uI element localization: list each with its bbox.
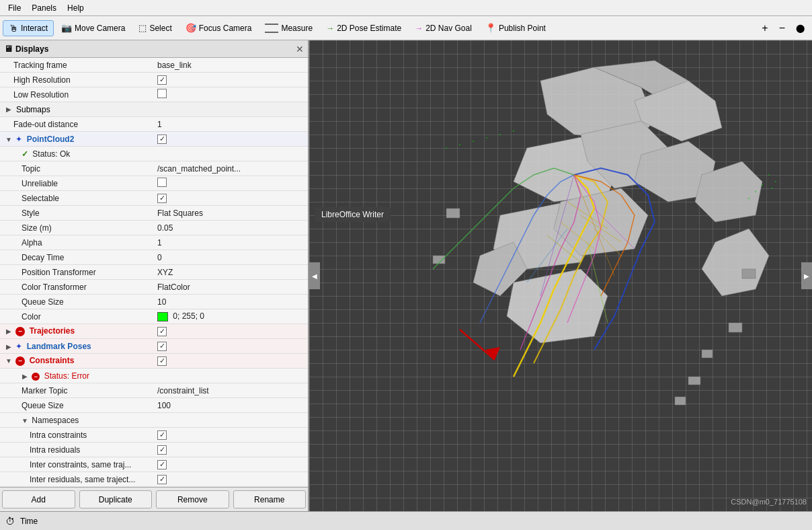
zoom-out-button[interactable]: − <box>774 20 790 36</box>
remove-button[interactable]: Remove <box>156 490 229 508</box>
panel-title: 🖥 Displays <box>4 44 48 54</box>
intra-constraints-checkbox[interactable] <box>157 430 167 440</box>
pose-icon: → <box>326 24 334 33</box>
2d-pose-button[interactable]: → 2D Pose Estimate <box>320 21 407 36</box>
inter-constraints-checkbox[interactable] <box>157 460 167 469</box>
low-res-checkbox[interactable] <box>157 89 167 98</box>
svg-line-41 <box>460 330 495 360</box>
intra-residuals-row: Intra residuals <box>0 443 308 457</box>
cursor-icon: 🖱 <box>9 23 18 34</box>
reset-view-button[interactable]: ⬤ <box>791 22 809 35</box>
svg-point-38 <box>762 184 763 186</box>
constraints-queue-size-row: Queue Size 100 <box>0 398 308 413</box>
add-button[interactable]: Add <box>2 490 75 508</box>
pointcloud2-expand-icon: ▼ <box>5 136 12 143</box>
selectable-row: Selectable <box>0 191 308 206</box>
svg-point-33 <box>499 134 501 135</box>
pointcloud2-label: PointCloud2 <box>27 135 75 144</box>
topic-row: Topic /scan_matched_point... <box>0 161 308 176</box>
main-layout: 🖥 Displays ✕ Tracking frame base_link Hi… <box>0 40 812 511</box>
inter-constraints-row: Inter constraints, same traj... <box>0 457 308 472</box>
viewport-right-arrow[interactable]: ▶ <box>801 262 812 289</box>
svg-rect-12 <box>446 209 460 218</box>
trajectories-label: Trajectories <box>30 326 75 336</box>
svg-point-30 <box>459 144 460 145</box>
svg-rect-14 <box>729 323 742 332</box>
panel-buttons: Add Duplicate Remove Rename <box>0 487 308 511</box>
map-visualization <box>309 40 812 511</box>
svg-point-29 <box>446 147 447 149</box>
pointcloud2-icon: ✦ <box>15 135 22 144</box>
status-error-icon: − <box>32 373 40 381</box>
landmark-icon: ✦ <box>15 342 22 351</box>
tracking-frame-row: Tracking frame base_link <box>0 58 308 73</box>
publish-point-button[interactable]: 📍 Publish Point <box>479 20 552 36</box>
status-error-row: ▶ − Status: Error <box>0 369 308 383</box>
status-error-expand-icon: ▶ <box>22 373 28 380</box>
svg-rect-18 <box>742 269 756 278</box>
point-icon: 📍 <box>485 23 496 33</box>
high-res-checkbox[interactable] <box>157 75 167 85</box>
measure-button[interactable]: Measure <box>259 21 319 36</box>
svg-rect-15 <box>702 350 713 358</box>
inter-residuals-checkbox[interactable] <box>157 475 167 484</box>
trajectories-icon: − <box>15 327 25 336</box>
zoom-in-button[interactable]: + <box>757 20 772 36</box>
panel-close-button[interactable]: ✕ <box>296 44 304 54</box>
pointcloud2-checkbox[interactable] <box>157 135 167 144</box>
namespaces-expand-icon: ▼ <box>22 417 28 424</box>
menu-file[interactable]: File <box>3 2 26 14</box>
statusbar-label: Time <box>20 517 38 526</box>
submaps-label: Submaps <box>13 104 53 116</box>
nav-icon: → <box>415 24 423 33</box>
fadeout-distance-row: Fade-out distance 1 <box>0 117 308 132</box>
svg-point-32 <box>486 137 487 139</box>
submaps-section[interactable]: ▶ Submaps <box>0 102 308 117</box>
menubar: File Panels Help <box>0 0 812 16</box>
size-row: Size (m) 0.05 <box>0 221 308 235</box>
color-swatch <box>157 312 168 321</box>
select-icon: ⬚ <box>138 23 147 33</box>
status-error-label: Status: Error <box>44 371 89 381</box>
constraints-expand-icon: ▼ <box>5 357 12 365</box>
constraints-checkbox[interactable] <box>157 356 167 366</box>
selectable-checkbox[interactable] <box>157 194 167 203</box>
decay-time-row: Decay Time 0 <box>0 250 308 265</box>
duplicate-button[interactable]: Duplicate <box>79 490 153 508</box>
intra-residuals-checkbox[interactable] <box>157 445 167 455</box>
toolbar: 🖱 Interact 📷 Move Camera ⬚ Select 🎯 Focu… <box>0 16 812 40</box>
svg-point-35 <box>768 174 770 176</box>
monitor-icon: 🖥 <box>4 44 13 54</box>
svg-point-31 <box>473 141 474 142</box>
focus-icon: 🎯 <box>186 23 196 33</box>
intra-constraints-row: Intra constraints <box>0 428 308 443</box>
rename-button[interactable]: Rename <box>233 490 307 508</box>
status-ok-icon: ✓ <box>22 149 28 159</box>
menu-help[interactable]: Help <box>62 2 89 14</box>
menu-panels[interactable]: Panels <box>26 2 62 14</box>
color-transformer-row: Color Transformer FlatColor <box>0 280 308 295</box>
annotation-arrow <box>460 330 500 360</box>
focus-camera-button[interactable]: 🎯 Focus Camera <box>179 20 258 36</box>
svg-point-36 <box>775 181 776 182</box>
viewport[interactable]: LibreOffice Writer ◀ ▶ CSDN@m0_71775108 <box>309 40 812 511</box>
pointcloud2-row: ▼ ✦ PointCloud2 <box>0 132 308 147</box>
inter-residuals-row: Inter residuals, same traject... <box>0 472 308 487</box>
landmark-poses-row: ▶ ✦ Landmark Poses <box>0 339 308 354</box>
statusbar: ⏱ Time <box>0 511 812 530</box>
style-row: Style Flat Squares <box>0 206 308 221</box>
trajectories-checkbox[interactable] <box>157 327 167 336</box>
panel-scroll[interactable]: Tracking frame base_link High Resolution… <box>0 58 308 487</box>
select-button[interactable]: ⬚ Select <box>132 20 177 36</box>
2d-nav-button[interactable]: → 2D Nav Goal <box>409 21 478 36</box>
landmark-checkbox[interactable] <box>157 342 167 351</box>
camera-icon: 📷 <box>61 23 72 33</box>
viewport-left-arrow[interactable]: ◀ <box>309 262 320 289</box>
interact-button[interactable]: 🖱 Interact <box>3 20 54 36</box>
constraints-label: Constraints <box>30 356 75 365</box>
move-camera-button[interactable]: 📷 Move Camera <box>55 20 131 36</box>
unreliable-checkbox[interactable] <box>157 178 167 187</box>
high-resolution-row: High Resolution <box>0 73 308 87</box>
svg-point-39 <box>755 191 756 192</box>
left-panel: 🖥 Displays ✕ Tracking frame base_link Hi… <box>0 40 309 511</box>
